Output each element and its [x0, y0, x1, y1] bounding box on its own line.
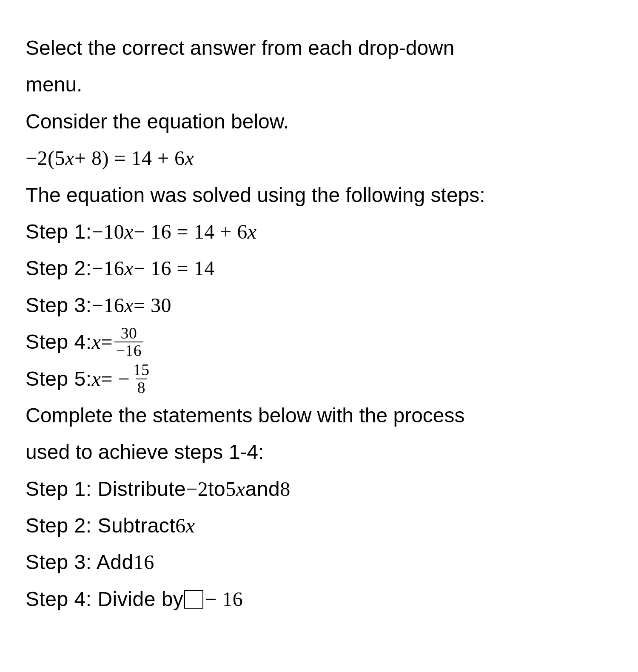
- work-step-3-label: Step 3:: [26, 287, 92, 324]
- work-step-1-var-2: x: [248, 214, 257, 250]
- work-step-1: Step 1: −10x − 16 = 14 + 6x: [26, 214, 612, 250]
- problem-page: Select the correct answer from each drop…: [0, 0, 638, 643]
- answer-step-1-m1: −2: [186, 471, 208, 507]
- answer-step-4-m: − 16: [205, 581, 243, 618]
- answer-step-4: Step 4: Divide by − 16: [26, 581, 612, 618]
- answer-step-2-m: 6: [175, 507, 186, 544]
- work-step-2: Step 2: −16x − 16 = 14: [26, 250, 612, 287]
- work-step-5-num: 15: [131, 362, 151, 378]
- work-step-2-var: x: [124, 250, 134, 287]
- answer-placeholder-icon[interactable]: [184, 590, 203, 609]
- main-equation: −2(5x + 8) = 14 + 6x: [26, 140, 612, 177]
- answer-step-1-and: and: [245, 471, 280, 507]
- consider-line: Consider the equation below.: [26, 103, 612, 140]
- consider-text: Consider the equation below.: [26, 103, 289, 140]
- work-step-4-num: 30: [119, 325, 139, 342]
- work-step-3-var: x: [124, 287, 134, 324]
- complete-text-1: Complete the statements below with the p…: [26, 397, 465, 434]
- instruction-text-1: Select the correct answer from each drop…: [26, 30, 454, 66]
- answer-step-1-var: x: [236, 471, 245, 507]
- work-step-3-b: = 30: [134, 287, 171, 324]
- work-step-5-var: x: [92, 361, 101, 397]
- work-step-1-a: −10: [92, 214, 125, 250]
- work-step-4-den: −16: [114, 342, 143, 359]
- work-step-4-label: Step 4:: [26, 324, 92, 360]
- work-step-4-eq: =: [101, 324, 113, 360]
- work-step-2-b: − 16 = 14: [134, 250, 215, 287]
- work-step-5-label: Step 5:: [26, 361, 92, 397]
- instruction-text-2: menu.: [26, 66, 82, 103]
- work-step-1-label: Step 1:: [26, 214, 92, 250]
- answer-step-4-label: Step 4: Divide by: [26, 581, 183, 618]
- work-step-1-var-1: x: [124, 214, 134, 250]
- work-step-4-var: x: [92, 324, 101, 360]
- answer-step-2: Step 2: Subtract 6x: [26, 507, 612, 544]
- answer-step-3-m: 16: [134, 544, 154, 581]
- work-step-2-a: −16: [92, 250, 125, 287]
- instruction-line-1: Select the correct answer from each drop…: [26, 30, 612, 66]
- equation-lhs-start: −2(5: [26, 140, 65, 177]
- complete-line-2: used to achieve steps 1-4:: [26, 434, 612, 470]
- answer-step-2-label: Step 2: Subtract: [26, 507, 175, 544]
- work-step-5-den: 8: [136, 379, 147, 396]
- work-step-1-b: − 16 = 14 + 6: [134, 214, 248, 250]
- answer-step-1-m2: 5: [225, 471, 236, 507]
- answer-step-1-label: Step 1: Distribute: [26, 471, 186, 507]
- answer-step-1: Step 1: Distribute −2 to 5x and 8: [26, 471, 612, 507]
- complete-line-1: Complete the statements below with the p…: [26, 397, 612, 434]
- answer-step-2-var: x: [186, 507, 195, 544]
- equation-var-x-1: x: [65, 140, 74, 177]
- work-step-5: Step 5: x = −158: [26, 361, 612, 397]
- answer-step-1-m3: 8: [280, 471, 291, 507]
- solved-intro-line: The equation was solved using the follow…: [26, 177, 612, 214]
- work-step-4-fraction: 30−16: [114, 325, 143, 359]
- work-step-5-fraction: 158: [131, 362, 151, 396]
- answer-step-1-to: to: [208, 471, 225, 507]
- instruction-line-2: menu.: [26, 66, 612, 103]
- complete-text-2: used to achieve steps 1-4:: [26, 434, 264, 470]
- solved-intro-text: The equation was solved using the follow…: [26, 177, 485, 214]
- work-step-3: Step 3: −16x = 30: [26, 287, 612, 324]
- answer-step-3-label: Step 3: Add: [26, 544, 134, 581]
- answer-step-3: Step 3: Add 16: [26, 544, 612, 581]
- work-step-2-label: Step 2:: [26, 250, 92, 287]
- work-step-4: Step 4: x = 30−16: [26, 324, 612, 360]
- equation-mid: + 8) = 14 + 6: [74, 140, 185, 177]
- work-step-5-eq: = −: [101, 361, 130, 397]
- equation-var-x-2: x: [185, 140, 194, 177]
- work-step-3-a: −16: [92, 287, 125, 324]
